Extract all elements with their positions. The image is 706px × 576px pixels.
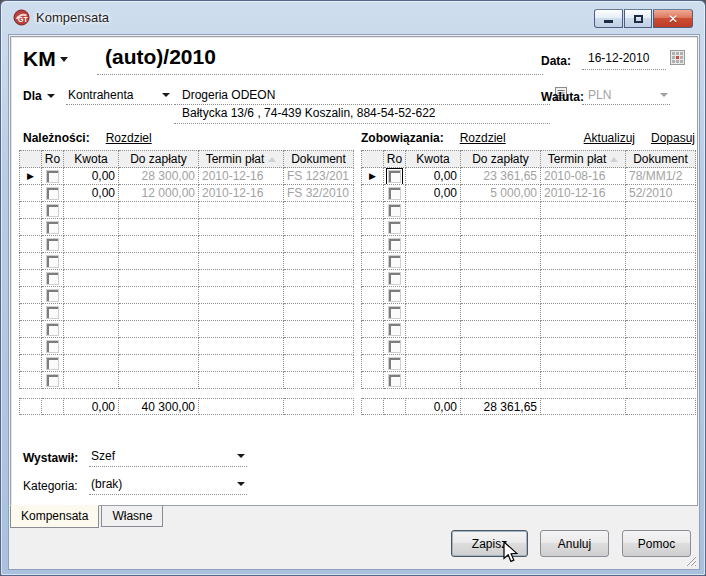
contractor-address: Bałtycka 13/6 , 74-439 Koszalin, 884-54-…: [182, 106, 436, 120]
checkbox[interactable]: [46, 340, 59, 353]
issuer-dropdown[interactable]: Szef: [89, 449, 247, 467]
help-button[interactable]: Pomoc: [622, 530, 691, 557]
table-row-empty[interactable]: [19, 304, 353, 321]
checkbox[interactable]: [46, 255, 59, 268]
contractor-address-field[interactable]: Bałtycka 13/6 , 74-439 Koszalin, 884-54-…: [174, 106, 550, 124]
table-row-empty[interactable]: [19, 236, 353, 253]
checkbox[interactable]: [388, 221, 401, 234]
form-panel: KM (auto)/2010 Data: 16-12-2010: [10, 36, 698, 506]
calendar-icon[interactable]: [670, 50, 685, 65]
checkbox[interactable]: [388, 357, 401, 370]
currency-dropdown[interactable]: PLN: [582, 87, 670, 105]
checkbox[interactable]: [46, 221, 59, 234]
table-row-empty[interactable]: [19, 287, 353, 304]
liabilities-totals: 0,00 28 361,65: [361, 398, 695, 415]
app-icon: GT: [13, 9, 30, 26]
contractor-name-field[interactable]: Drogeria ODEON: [174, 87, 550, 105]
maximize-button[interactable]: [624, 9, 652, 28]
checkbox[interactable]: [46, 204, 59, 217]
checkbox[interactable]: [388, 374, 401, 387]
checkbox[interactable]: [46, 289, 59, 302]
liabilities-dopasuj-link[interactable]: Dopasuj: [651, 131, 695, 145]
liabilities-aktualizuj-link[interactable]: Aktualizuj: [584, 131, 635, 145]
checkbox[interactable]: [388, 340, 401, 353]
resize-grip-icon[interactable]: [684, 554, 696, 566]
liabilities-table: Ro Kwota Do zapłaty Termin płat Dokument…: [361, 150, 695, 389]
category-value: (brak): [91, 477, 122, 491]
col-kwota[interactable]: Kwota: [64, 150, 119, 168]
liabilities-label: Zobowiązania:: [361, 131, 444, 145]
table-row[interactable]: ▶ 0,00 23 361,65 2010-08-16 78/MM1/2: [361, 168, 695, 185]
table-row-empty[interactable]: [361, 270, 695, 287]
cell-kwota: 0,00: [64, 185, 119, 202]
titlebar[interactable]: GT Kompensata ✕: [1, 1, 705, 34]
checkbox[interactable]: [46, 187, 59, 200]
checkbox[interactable]: [388, 323, 401, 336]
table-row-empty[interactable]: [361, 219, 695, 236]
cell-do-zaplaty: 28 300,00: [119, 168, 199, 185]
table-row-empty[interactable]: [361, 338, 695, 355]
checkbox[interactable]: [46, 323, 59, 336]
checkbox[interactable]: [388, 255, 401, 268]
table-row-empty[interactable]: [19, 321, 353, 338]
table-row-empty[interactable]: [361, 202, 695, 219]
save-button[interactable]: Zapisz: [451, 530, 528, 557]
doc-number-field[interactable]: (auto)/2010: [97, 45, 543, 75]
category-dropdown[interactable]: (brak): [89, 477, 247, 495]
col-do-zaplaty[interactable]: Do zapłaty: [461, 150, 541, 168]
col-ro[interactable]: Ro: [384, 150, 406, 168]
checkbox[interactable]: [46, 238, 59, 251]
cell-do-zaplaty: 23 361,65: [461, 168, 541, 185]
close-button[interactable]: ✕: [653, 9, 693, 28]
table-row-empty[interactable]: [19, 355, 353, 372]
col-kwota[interactable]: Kwota: [406, 150, 461, 168]
table-row-empty[interactable]: [361, 355, 695, 372]
checkbox[interactable]: [388, 289, 401, 302]
checkbox[interactable]: [388, 306, 401, 319]
liabilities-rozdziel-link[interactable]: Rozdziel: [460, 131, 506, 145]
col-dokument[interactable]: Dokument: [284, 150, 354, 168]
checkbox[interactable]: [388, 204, 401, 217]
col-do-zaplaty[interactable]: Do zapłaty: [119, 150, 199, 168]
current-row-indicator: ▶: [369, 172, 376, 181]
checkbox[interactable]: [388, 272, 401, 285]
table-row-empty[interactable]: [19, 253, 353, 270]
checkbox-focused[interactable]: [388, 170, 401, 183]
col-dokument[interactable]: Dokument: [626, 150, 696, 168]
col-termin-plat[interactable]: Termin płat: [541, 150, 626, 168]
table-row-empty[interactable]: [361, 372, 695, 389]
table-row-empty[interactable]: [361, 236, 695, 253]
checkbox[interactable]: [46, 306, 59, 319]
checkbox[interactable]: [388, 238, 401, 251]
cell-do-zaplaty: 12 000,00: [119, 185, 199, 202]
minimize-button[interactable]: [594, 9, 623, 28]
table-row-empty[interactable]: [19, 372, 353, 389]
table-row[interactable]: 0,00 12 000,00 2010-12-16 FS 32/2010: [19, 185, 353, 202]
table-row-empty[interactable]: [361, 304, 695, 321]
entity-type-dropdown[interactable]: Kontrahenta: [66, 87, 172, 105]
col-ro[interactable]: Ro: [42, 150, 64, 168]
checkbox[interactable]: [46, 170, 59, 183]
table-row-empty[interactable]: [19, 270, 353, 287]
tab-kompensata[interactable]: Kompensata: [10, 505, 99, 528]
checkbox[interactable]: [388, 187, 401, 200]
table-row-empty[interactable]: [19, 202, 353, 219]
checkbox[interactable]: [46, 357, 59, 370]
for-dropdown[interactable]: Dla: [23, 87, 55, 105]
cell-dokument: 78/MM1/2: [626, 168, 696, 185]
table-row[interactable]: 0,00 5 000,00 2010-12-16 52/2010: [361, 185, 695, 202]
checkbox[interactable]: [46, 374, 59, 387]
tab-wlasne[interactable]: Własne: [101, 506, 163, 527]
receivables-rozdziel-link[interactable]: Rozdziel: [106, 131, 152, 145]
doc-symbol-dropdown[interactable]: KM: [23, 47, 68, 71]
table-row-empty[interactable]: [361, 253, 695, 270]
table-row[interactable]: ▶ 0,00 28 300,00 2010-12-16 FS 123/201: [19, 168, 353, 185]
col-termin-plat[interactable]: Termin płat: [199, 150, 284, 168]
table-row-empty[interactable]: [19, 338, 353, 355]
table-row-empty[interactable]: [361, 321, 695, 338]
table-row-empty[interactable]: [361, 287, 695, 304]
checkbox[interactable]: [46, 272, 59, 285]
table-row-empty[interactable]: [19, 219, 353, 236]
cancel-button[interactable]: Anuluj: [540, 530, 609, 557]
date-input[interactable]: 16-12-2010: [582, 50, 666, 70]
